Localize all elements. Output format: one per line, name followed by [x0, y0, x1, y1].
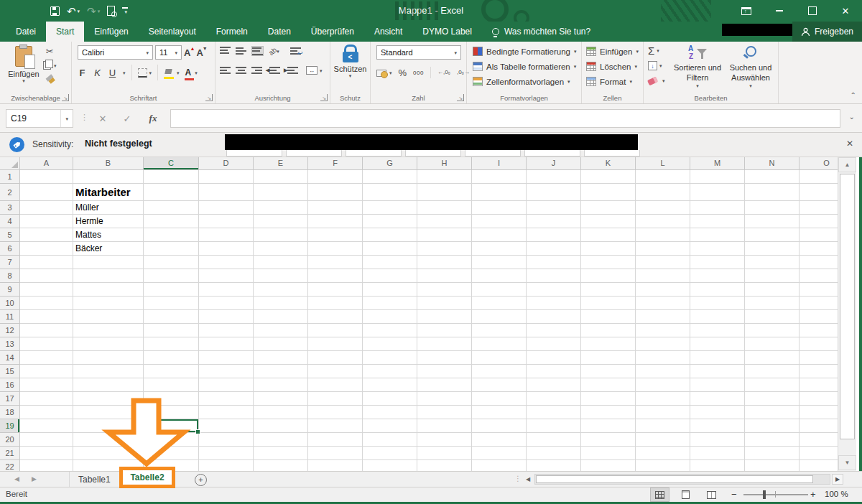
cell-D7[interactable] [199, 256, 254, 269]
cell-M4[interactable] [690, 215, 745, 228]
cell-A17[interactable] [20, 392, 73, 406]
cell-N20[interactable] [745, 433, 800, 447]
font-dialog-launcher-icon[interactable] [205, 94, 213, 101]
cell-C18[interactable] [144, 406, 199, 419]
cell-N13[interactable] [745, 337, 800, 351]
cell-G11[interactable] [363, 310, 417, 324]
align-center-icon[interactable] [236, 66, 246, 75]
cell-H8[interactable] [417, 269, 472, 283]
cell-D18[interactable] [199, 406, 254, 419]
row-header-22[interactable]: 22 [0, 460, 20, 471]
cell-O4[interactable] [800, 215, 838, 228]
cell-J5[interactable] [527, 228, 581, 242]
cell-E21[interactable] [254, 447, 308, 460]
cell-N17[interactable] [745, 392, 800, 406]
cell-L3[interactable] [636, 201, 690, 215]
cell-F13[interactable] [308, 337, 363, 351]
cell-D10[interactable] [199, 297, 254, 310]
row-header-3[interactable]: 3 [0, 201, 20, 215]
align-bottom-icon[interactable] [251, 46, 264, 56]
vertical-scrollbar[interactable]: ▲ ▼ [838, 157, 856, 471]
cell-M16[interactable] [690, 378, 745, 392]
cell-A11[interactable] [20, 310, 73, 324]
cell-C8[interactable] [144, 269, 199, 283]
hscroll-right-icon[interactable]: ▶ [832, 474, 843, 485]
cell-B13[interactable] [73, 337, 144, 351]
column-header-A[interactable]: A [20, 157, 73, 170]
cell-M1[interactable] [690, 170, 745, 184]
cell-C21[interactable] [144, 447, 199, 460]
cell-A10[interactable] [20, 297, 73, 310]
cell-C9[interactable] [144, 283, 199, 297]
cell-H4[interactable] [417, 215, 472, 228]
clipboard-dialog-launcher-icon[interactable] [62, 94, 69, 101]
cell-E8[interactable] [254, 269, 308, 283]
cell-C13[interactable] [144, 337, 199, 351]
cell-O14[interactable] [800, 351, 838, 365]
cell-L5[interactable] [636, 228, 690, 242]
cell-L11[interactable] [636, 310, 690, 324]
row-header-1[interactable]: 1 [0, 170, 20, 184]
scroll-up-icon[interactable]: ▲ [838, 157, 856, 172]
hscroll-left-icon[interactable]: ◀ [523, 474, 533, 485]
cell-O7[interactable] [800, 256, 838, 269]
cell-K14[interactable] [581, 351, 636, 365]
cell-L9[interactable] [636, 283, 690, 297]
cell-H9[interactable] [417, 283, 472, 297]
cell-O11[interactable] [800, 310, 838, 324]
find-select-button[interactable]: Suchen und Auswählen▾ [724, 45, 777, 88]
cell-N22[interactable] [745, 460, 800, 471]
fill-color-icon[interactable]: ▾ [164, 69, 180, 76]
cell-K7[interactable] [581, 256, 636, 269]
cell-F6[interactable] [308, 242, 363, 256]
cell-J16[interactable] [527, 378, 581, 392]
column-header-C[interactable]: C [144, 157, 199, 170]
cell-L17[interactable] [636, 392, 690, 406]
percent-style-icon[interactable]: % [399, 67, 407, 78]
name-box[interactable]: C19▾ [6, 109, 73, 128]
cell-F3[interactable] [308, 201, 363, 215]
cell-H10[interactable] [417, 297, 472, 310]
cell-A4[interactable] [20, 215, 73, 228]
tab-ansicht[interactable]: Ansicht [364, 22, 412, 42]
cell-A15[interactable] [20, 365, 73, 378]
cell-J19[interactable] [527, 419, 581, 433]
cell-N15[interactable] [745, 365, 800, 378]
cell-I15[interactable] [472, 365, 527, 378]
cell-K11[interactable] [581, 310, 636, 324]
cell-M19[interactable] [690, 419, 745, 433]
cell-L18[interactable] [636, 406, 690, 419]
formula-bar-grip[interactable]: ⋮ [80, 113, 88, 122]
cell-D12[interactable] [199, 324, 254, 337]
cell-N21[interactable] [745, 447, 800, 460]
cell-A12[interactable] [20, 324, 73, 337]
cell-E7[interactable] [254, 256, 308, 269]
cell-F22[interactable] [308, 460, 363, 471]
number-format-select[interactable]: Standard▾ [376, 45, 461, 60]
enter-icon[interactable]: ✓ [118, 109, 136, 128]
cell-L13[interactable] [636, 337, 690, 351]
row-header-7[interactable]: 7 [0, 256, 20, 269]
row-header-16[interactable]: 16 [0, 378, 20, 392]
align-top-icon[interactable] [220, 47, 231, 55]
underline-dropdown-icon[interactable]: ▾ [123, 70, 126, 75]
cell-B9[interactable] [73, 283, 144, 297]
collapse-ribbon-icon[interactable]: ⌃ [851, 91, 856, 99]
cell-B6[interactable]: Bäcker [73, 242, 144, 256]
cell-M20[interactable] [690, 433, 745, 447]
cell-I10[interactable] [472, 297, 527, 310]
new-sheet-icon[interactable]: + [195, 474, 207, 486]
sheet-nav-left-icon[interactable]: ◀ [14, 475, 19, 482]
cell-D2[interactable] [199, 184, 254, 201]
cell-J17[interactable] [527, 392, 581, 406]
row-header-15[interactable]: 15 [0, 365, 20, 378]
font-name-select[interactable]: Calibri▾ [78, 45, 153, 60]
cell-J11[interactable] [527, 310, 581, 324]
cell-G3[interactable] [363, 201, 417, 215]
cell-D19[interactable] [199, 419, 254, 433]
cell-D4[interactable] [199, 215, 254, 228]
cell-K5[interactable] [581, 228, 636, 242]
cell-C14[interactable] [144, 351, 199, 365]
tab-ueberpruefen[interactable]: Überprüfen [301, 22, 364, 42]
cell-I22[interactable] [472, 460, 527, 471]
